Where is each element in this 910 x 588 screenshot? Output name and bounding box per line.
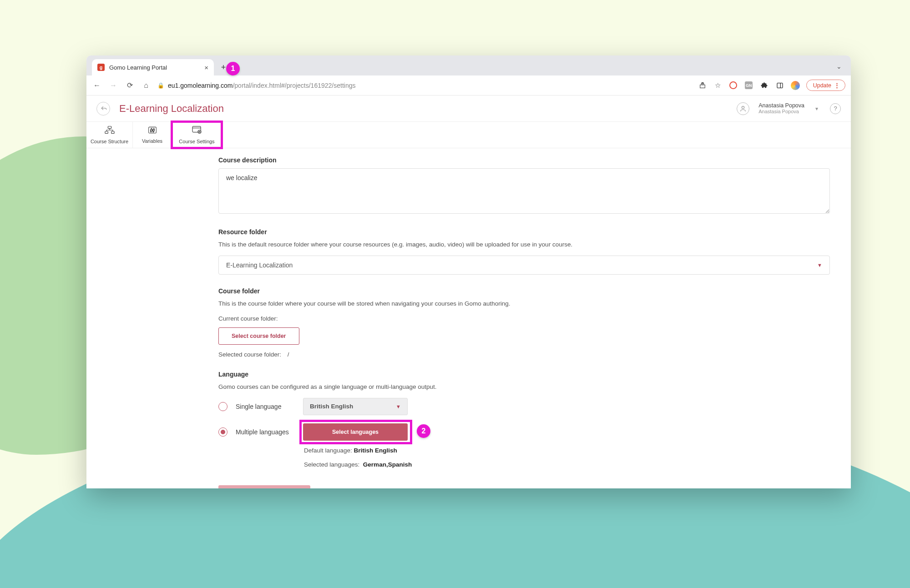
selected-languages-row: Selected languages: German,Spanish (304, 461, 830, 468)
favicon: g (97, 64, 105, 71)
default-language-label: Default language: (304, 447, 352, 454)
url-path: /portal/index.html#/projects/161922/sett… (233, 82, 355, 89)
extension-opera-icon[interactable] (729, 81, 738, 90)
url-field[interactable]: 🔒 eu1.gomolearning.com/portal/index.html… (157, 79, 692, 92)
url-host: eu1.gomolearning.com (168, 82, 233, 89)
single-language-row: Single language British English ▼ (218, 398, 830, 415)
single-language-select[interactable]: British English ▼ (303, 398, 408, 415)
settings-icon (192, 126, 202, 137)
tabs-dropdown-icon[interactable]: ⌄ (836, 63, 842, 70)
share-icon[interactable] (698, 81, 707, 90)
page-title: E-Learning Localization (119, 103, 224, 115)
single-language-radio[interactable] (218, 402, 228, 411)
tab-label: Course Structure (91, 139, 128, 144)
language-hint: Gomo courses can be configured as a sing… (218, 382, 830, 392)
single-language-label: Single language (236, 403, 295, 410)
user-dropdown-icon[interactable]: ▾ (815, 106, 818, 112)
single-language-value: British English (310, 403, 353, 410)
app-header: E-Learning Localization Anastasia Popova… (86, 95, 851, 122)
tab-title: Gomo Learning Portal (109, 64, 200, 71)
selected-folder-label: Selected course folder: (218, 351, 281, 358)
selected-folder-value: / (288, 351, 289, 358)
language-label: Language (218, 371, 830, 378)
multiple-languages-label: Multiple languages (236, 428, 295, 436)
browser-tabstrip: g Gomo Learning Portal × + ⌄ (86, 55, 851, 75)
selected-folder-row: Selected course folder: / (218, 351, 830, 358)
reload-icon[interactable]: ⟳ (125, 81, 135, 90)
resource-folder-hint: This is the default resource folder wher… (218, 240, 830, 249)
tab-course-settings[interactable]: Course Settings (172, 122, 222, 148)
tab-variables[interactable]: (x) Variables (133, 122, 172, 148)
resource-folder-select[interactable]: E-Learning Localization ▼ (218, 256, 830, 275)
default-language-value: British English (354, 447, 397, 454)
svg-rect-0 (777, 83, 783, 88)
svg-rect-4 (105, 131, 107, 134)
update-course-button[interactable]: Update course (218, 485, 310, 488)
tab-label: Variables (142, 138, 162, 144)
lock-icon: 🔒 (157, 82, 164, 89)
selected-languages-label: Selected languages: (304, 461, 359, 468)
kebab-menu-icon[interactable]: ⋮ (834, 82, 840, 89)
back-icon[interactable]: ← (92, 81, 102, 90)
help-icon[interactable]: ? (830, 103, 841, 114)
default-language-row: Default language: British English (304, 447, 830, 454)
structure-icon (105, 126, 115, 137)
select-languages-button[interactable]: Select languages (303, 423, 408, 441)
tab-label: Course Settings (179, 139, 214, 144)
resource-folder-value: E-Learning Localization (226, 261, 293, 269)
org-name: Anastasia Popova (758, 109, 804, 115)
course-folder-label: Course folder (218, 287, 830, 295)
extension-icon[interactable]: GN (744, 81, 753, 90)
svg-rect-3 (108, 126, 111, 129)
home-icon[interactable]: ⌂ (141, 81, 151, 90)
svg-rect-5 (111, 131, 114, 134)
svg-text:(x): (x) (150, 128, 155, 132)
description-input[interactable] (218, 168, 830, 214)
user-name: Anastasia Popova (758, 102, 804, 109)
nav-tabs: Course Structure (x) Variables Course Se… (86, 122, 851, 148)
annotation-badge: 2 (417, 424, 430, 438)
description-label: Course description (218, 156, 830, 164)
svg-point-2 (742, 106, 744, 108)
browser-update-button[interactable]: Update ⋮ (806, 80, 845, 91)
settings-form: Course description Resource folder This … (86, 148, 851, 488)
address-bar: ← → ⟳ ⌂ 🔒 eu1.gomolearning.com/portal/in… (86, 75, 851, 95)
bookmark-icon[interactable]: ☆ (713, 81, 723, 90)
side-panel-icon[interactable] (775, 81, 784, 90)
course-folder-hint: This is the course folder where your cou… (218, 299, 830, 308)
browser-tab[interactable]: g Gomo Learning Portal × (92, 59, 214, 75)
browser-window: g Gomo Learning Portal × + ⌄ ← → ⟳ ⌂ 🔒 e… (86, 55, 851, 488)
update-label: Update (813, 82, 831, 89)
chevron-down-icon: ▼ (396, 404, 401, 409)
chevron-down-icon: ▼ (817, 262, 822, 268)
tab-close-icon[interactable]: × (204, 64, 208, 71)
current-folder-label: Current course folder: (218, 315, 830, 322)
selected-languages-value: German,Spanish (363, 461, 412, 468)
annotation-badge: 1 (226, 62, 240, 75)
forward-icon: → (108, 81, 118, 90)
tab-course-structure[interactable]: Course Structure (86, 122, 133, 148)
extensions-puzzle-icon[interactable] (760, 81, 769, 90)
user-avatar-icon[interactable] (737, 102, 749, 115)
select-course-folder-button[interactable]: Select course folder (218, 327, 299, 345)
app-back-button[interactable] (96, 102, 110, 116)
user-name-block: Anastasia Popova Anastasia Popova (758, 102, 804, 115)
profile-avatar-icon[interactable] (791, 81, 800, 90)
resource-folder-label: Resource folder (218, 228, 830, 236)
multiple-languages-row: Multiple languages Select languages 2 (218, 423, 830, 441)
variables-icon: (x) (148, 126, 157, 136)
multiple-languages-radio[interactable] (218, 427, 228, 437)
